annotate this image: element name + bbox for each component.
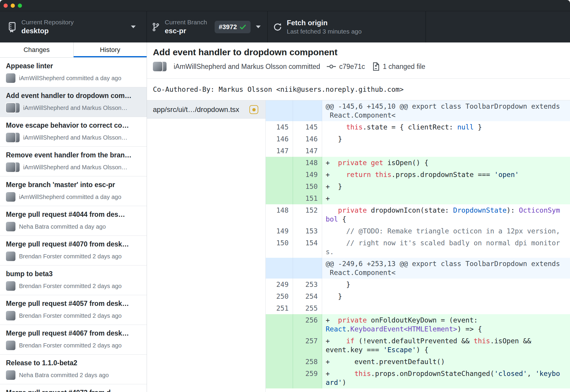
commit-list-title: Move escape behavior to correct co… xyxy=(6,121,141,129)
commit-list-meta-text: iAmWillShepherd and Markus Olsson… xyxy=(23,134,127,141)
diff-old-line-number xyxy=(266,181,293,192)
diff-old-line-number xyxy=(266,335,293,356)
avatar xyxy=(153,62,162,71)
diff-new-line-number: 257 xyxy=(293,335,322,356)
avatar-stack xyxy=(6,73,15,83)
commit-list-title: Merge pull request #4067 from desk… xyxy=(6,329,141,337)
diff-code-text: // right now it's scaled badly on normal… xyxy=(322,237,570,258)
history-commit-item[interactable]: Add event handler to dropdown com…iAmWil… xyxy=(0,87,147,117)
commit-list-title: Merge pull request #4057 from desk… xyxy=(6,300,141,308)
commit-list-title: Merge pull request #4072 from d… xyxy=(6,389,141,392)
diff-code-text: + } xyxy=(322,181,570,192)
diff-viewer: @@ -145,6 +145,10 @@ export class Toolba… xyxy=(266,100,570,392)
history-commit-item[interactable]: bump to beta3Brendan Forster committed 2… xyxy=(0,265,147,295)
history-commit-item[interactable]: Release to 1.1.0-beta2Neha Batra committ… xyxy=(0,355,147,384)
changed-files-count: 1 changed file xyxy=(383,63,425,71)
current-branch-button[interactable]: Current Branch esc-pr #3972 xyxy=(147,11,268,42)
diff-code-text: + xyxy=(322,192,570,204)
avatar xyxy=(6,341,15,350)
diff-new-line-number: 253 xyxy=(293,279,322,290)
history-commit-item[interactable]: Move escape behavior to correct co…iAmWi… xyxy=(0,117,147,147)
git-branch-icon xyxy=(152,22,160,32)
close-button[interactable] xyxy=(4,4,8,8)
diff-line: 145145 this.state = { clientRect: null } xyxy=(266,121,570,133)
diff-line: 148152 private dropdownIcon(state: Dropd… xyxy=(266,204,570,225)
diff-code-text: // @TODO: Remake triangle octicon in a 1… xyxy=(322,225,570,237)
diff-line: 149153 // @TODO: Remake triangle octicon… xyxy=(266,225,570,237)
diff-new-line-number: 254 xyxy=(293,290,322,302)
current-repository-label: Current Repository xyxy=(21,18,74,26)
tab-changes[interactable]: Changes xyxy=(0,42,73,57)
avatar-stack xyxy=(6,311,15,320)
diff-old-line-number xyxy=(266,356,293,368)
history-commit-item[interactable]: Merge pull request #4044 from des…Neha B… xyxy=(0,206,147,236)
diff-line: 256+ private onFoldoutKeyDown = (event: … xyxy=(266,314,570,335)
pr-number: #3972 xyxy=(219,23,237,31)
app-body: Changes History Appease linteriAmWillShe… xyxy=(0,42,570,392)
app-window: Current Repository desktop Current Branc… xyxy=(0,0,570,392)
diff-line: 257+ if (!event.defaultPrevented && this… xyxy=(266,335,570,356)
current-repository-value: desktop xyxy=(21,27,74,35)
diff-new-line-number: 145 xyxy=(293,121,322,133)
commit-description: Co-Authored-By: Markus Olsson <niik@user… xyxy=(147,79,570,100)
avatar xyxy=(6,370,15,380)
pr-number-badge: #3972 xyxy=(215,21,251,33)
commit-list-title: Merge pull request #4070 from desk… xyxy=(6,240,141,248)
history-commit-item[interactable]: Merge pull request #4072 from d… xyxy=(0,384,147,392)
commit-history-list: Appease linteriAmWillShepherd committed … xyxy=(0,58,147,392)
commit-list-meta-text: iAmWillShepherd committed a day ago xyxy=(19,194,121,200)
diff-code-text: + private onFoldoutKeyDown = (event: Rea… xyxy=(322,314,570,335)
avatar-stack xyxy=(6,370,15,380)
commit-header: Add event handler to dropdown component … xyxy=(147,42,570,79)
tab-history[interactable]: History xyxy=(73,42,147,57)
current-branch-label: Current Branch xyxy=(165,18,207,26)
history-commit-item[interactable]: Appease linteriAmWillShepherd committed … xyxy=(0,58,147,87)
sync-icon xyxy=(273,23,282,31)
diff-line: 250254 } xyxy=(266,290,570,302)
avatar-stack xyxy=(6,252,15,261)
commit-list-title: Appease linter xyxy=(6,62,141,70)
diff-new-line-number: 148 xyxy=(293,157,322,169)
repo-icon xyxy=(8,22,17,32)
history-commit-item[interactable]: Remove event handler from the bran…iAmWi… xyxy=(0,147,147,176)
commit-list-meta: Brendan Forster committed 2 days ago xyxy=(6,252,141,261)
diff-old-line-number: 145 xyxy=(266,121,293,133)
diff-code-text: + event.preventDefault() xyxy=(322,356,570,368)
diff-line: 151+ xyxy=(266,192,570,204)
diff-hunk-header: @@ -145,6 +145,10 @@ export class Toolba… xyxy=(266,100,570,121)
commit-list-meta: Brendan Forster committed 2 days ago xyxy=(6,311,141,320)
commit-list-meta: Brendan Forster committed 2 days ago xyxy=(6,341,141,350)
diff-old-line-number: 146 xyxy=(266,133,293,145)
diff-line: 148+ private get isOpen() { xyxy=(266,157,570,169)
file-list-item[interactable]: app/src/ui/t…/dropdown.tsx xyxy=(147,100,265,119)
commit-list-meta-text: Neha Batra committed 2 days ago xyxy=(19,372,109,379)
diff-old-line-number xyxy=(266,192,293,204)
commit-avatars xyxy=(153,62,170,71)
diff-old-line-number xyxy=(266,169,293,181)
avatar xyxy=(6,73,15,83)
minimize-button[interactable] xyxy=(11,4,15,8)
current-repository-button[interactable]: Current Repository desktop xyxy=(0,11,147,42)
fetch-origin-button[interactable]: Fetch origin Last fetched 3 minutes ago xyxy=(268,11,426,42)
history-commit-item[interactable]: Merge pull request #4070 from desk…Brend… xyxy=(0,236,147,265)
check-icon xyxy=(239,23,246,31)
history-commit-item[interactable]: Merge branch 'master' into esc-priAmWill… xyxy=(0,176,147,206)
diff-new-line-number: 255 xyxy=(293,302,322,314)
history-commit-item[interactable]: Merge pull request #4057 from desk…Brend… xyxy=(0,295,147,325)
diff-new-line-number: 146 xyxy=(293,133,322,145)
diff-line: 259+ this.props.onDropdownStateChanged('… xyxy=(266,368,570,388)
avatar-stack xyxy=(153,62,167,71)
toolbar: Current Repository desktop Current Branc… xyxy=(0,11,570,42)
diff-old-line-number: 149 xyxy=(266,225,293,237)
diff-line: 147147 xyxy=(266,145,570,157)
commit-list-meta-text: iAmWillShepherd and Markus Olsson… xyxy=(23,105,127,111)
history-commit-item[interactable]: Merge pull request #4067 from desk…Brend… xyxy=(0,325,147,355)
diff-old-line-number: 147 xyxy=(266,145,293,157)
avatar-stack xyxy=(6,341,15,350)
diff-old-line-number xyxy=(266,368,293,388)
file-diff-icon xyxy=(372,62,380,71)
diff-code-text: private dropdownIcon(state: DropdownStat… xyxy=(322,204,570,225)
diff-new-line-number: 154 xyxy=(293,237,322,258)
zoom-button[interactable] xyxy=(18,4,22,8)
diff-code-text xyxy=(322,145,570,157)
